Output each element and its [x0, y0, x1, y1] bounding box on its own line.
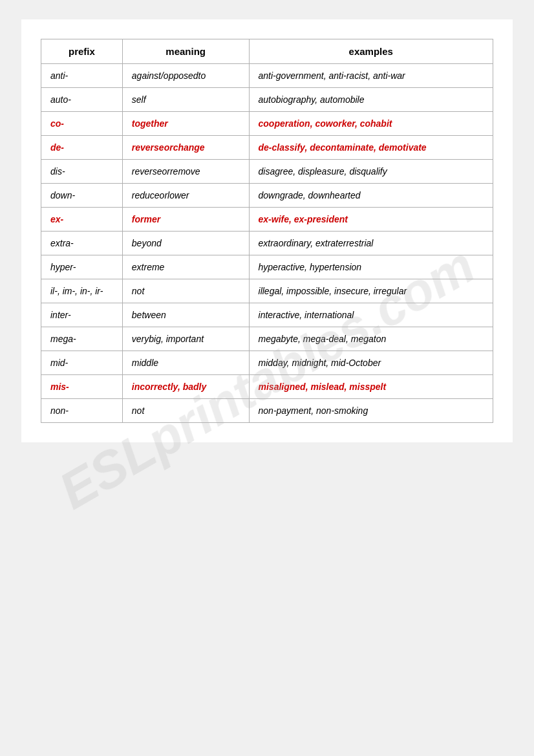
cell-prefix: inter-: [41, 303, 123, 327]
page: ESLprintables.com prefix meaning example…: [21, 19, 513, 442]
cell-meaning: incorrectly, badly: [122, 375, 249, 399]
cell-examples: interactive, international: [249, 303, 493, 327]
prefix-table: prefix meaning examples anti-against/opp…: [41, 39, 493, 423]
table-row: co-togethercooperation, coworker, cohabi…: [41, 112, 493, 136]
cell-meaning: together: [122, 112, 249, 136]
cell-examples: de-classify, decontaminate, demotivate: [249, 136, 493, 160]
cell-examples: ex-wife, ex-president: [249, 208, 493, 232]
table-row: down-reduceorlowerdowngrade, downhearted: [41, 184, 493, 208]
header-examples: examples: [249, 39, 493, 64]
table-row: dis-reverseorremovedisagree, displeasure…: [41, 160, 493, 184]
table-row: de-reverseorchangede-classify, decontami…: [41, 136, 493, 160]
cell-examples: disagree, displeasure, disqualify: [249, 160, 493, 184]
cell-prefix: ex-: [41, 208, 123, 232]
cell-meaning: extreme: [122, 255, 249, 279]
table-row: auto-selfautobiography, automobile: [41, 88, 493, 112]
cell-prefix: down-: [41, 184, 123, 208]
cell-prefix: non-: [41, 399, 123, 423]
cell-examples: cooperation, coworker, cohabit: [249, 112, 493, 136]
table-row: il-, im-, in-, ir-notillegal, impossible…: [41, 279, 493, 303]
table-row: ex-formerex-wife, ex-president: [41, 208, 493, 232]
cell-examples: downgrade, downhearted: [249, 184, 493, 208]
cell-meaning: not: [122, 399, 249, 423]
table-row: mid-middlemidday, midnight, mid-October: [41, 351, 493, 375]
cell-examples: hyperactive, hypertension: [249, 255, 493, 279]
cell-meaning: not: [122, 279, 249, 303]
cell-meaning: middle: [122, 351, 249, 375]
table-row: mega-verybig, importantmegabyte, mega-de…: [41, 327, 493, 351]
cell-examples: anti-government, anti-racist, anti-war: [249, 64, 493, 88]
cell-examples: midday, midnight, mid-October: [249, 351, 493, 375]
cell-meaning: against/opposedto: [122, 64, 249, 88]
cell-prefix: dis-: [41, 160, 123, 184]
cell-prefix: de-: [41, 136, 123, 160]
cell-prefix: extra-: [41, 232, 123, 255]
header-prefix: prefix: [41, 39, 123, 64]
table-row: inter-betweeninteractive, international: [41, 303, 493, 327]
cell-prefix: mis-: [41, 375, 123, 399]
cell-examples: non-payment, non-smoking: [249, 399, 493, 423]
table-header-row: prefix meaning examples: [41, 39, 493, 64]
table-row: hyper-extremehyperactive, hypertension: [41, 255, 493, 279]
cell-prefix: anti-: [41, 64, 123, 88]
cell-examples: illegal, impossible, insecure, irregular: [249, 279, 493, 303]
cell-prefix: auto-: [41, 88, 123, 112]
cell-examples: megabyte, mega-deal, megaton: [249, 327, 493, 351]
cell-prefix: il-, im-, in-, ir-: [41, 279, 123, 303]
table-row: non-notnon-payment, non-smoking: [41, 399, 493, 423]
cell-meaning: reverseorchange: [122, 136, 249, 160]
cell-meaning: reverseorremove: [122, 160, 249, 184]
cell-meaning: self: [122, 88, 249, 112]
cell-meaning: reduceorlower: [122, 184, 249, 208]
cell-meaning: between: [122, 303, 249, 327]
cell-examples: autobiography, automobile: [249, 88, 493, 112]
cell-meaning: former: [122, 208, 249, 232]
cell-meaning: beyond: [122, 232, 249, 255]
table-row: mis-incorrectly, badlymisaligned, mislea…: [41, 375, 493, 399]
cell-prefix: hyper-: [41, 255, 123, 279]
cell-prefix: co-: [41, 112, 123, 136]
cell-examples: misaligned, mislead, misspelt: [249, 375, 493, 399]
table-row: extra-beyondextraordinary, extraterrestr…: [41, 232, 493, 255]
header-meaning: meaning: [122, 39, 249, 64]
table-row: anti-against/opposedtoanti-government, a…: [41, 64, 493, 88]
cell-prefix: mid-: [41, 351, 123, 375]
cell-examples: extraordinary, extraterrestrial: [249, 232, 493, 255]
cell-meaning: verybig, important: [122, 327, 249, 351]
cell-prefix: mega-: [41, 327, 123, 351]
